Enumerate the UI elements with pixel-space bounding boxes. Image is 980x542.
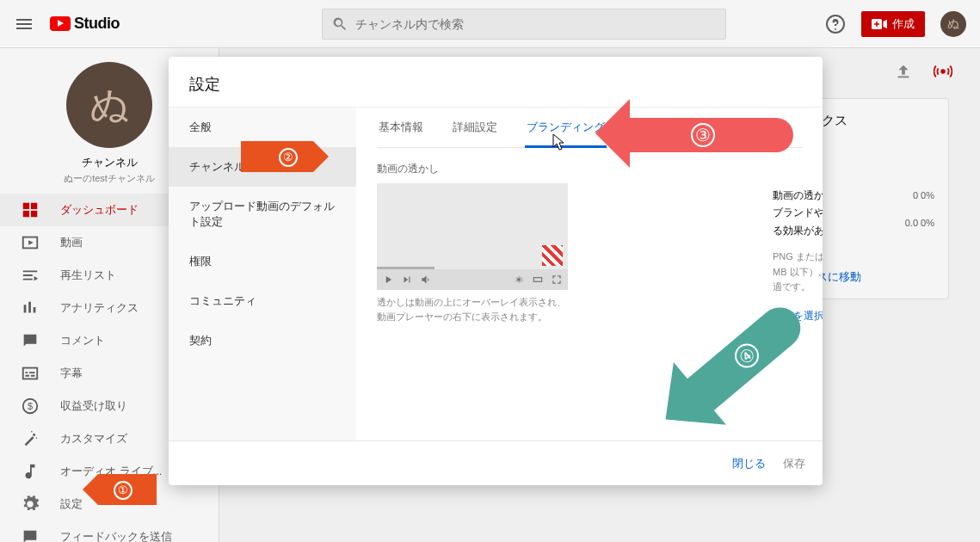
- settings-tab-upload-defaults[interactable]: アップロード動画のデフォルト設定: [169, 187, 356, 242]
- preview-caption: 透かしは動画の上にオーバーレイ表示され、動画プレーヤーの右下に表示されます。: [377, 295, 568, 323]
- desc-text: 動画の透かしをコンテンツに追加すると、ブランドやチャンネルの認知度を向上させる効…: [773, 187, 823, 239]
- format-hint: PNG または GIF 形式（150 x 150 ピクセル、1 MB 以下）。1…: [773, 249, 823, 295]
- theater-icon[interactable]: [532, 274, 544, 286]
- watermark-preview-icon: [542, 245, 563, 266]
- cursor-icon: [551, 132, 566, 151]
- svg-text:③: ③: [695, 126, 711, 145]
- annotation-arrow-4: ④: [635, 297, 807, 460]
- settings-tab-permissions[interactable]: 権限: [169, 242, 356, 281]
- svg-rect-13: [533, 278, 541, 282]
- next-icon[interactable]: [401, 274, 413, 286]
- play-icon[interactable]: [382, 274, 394, 286]
- annotation-tag-2: ②: [241, 141, 329, 172]
- settings-icon[interactable]: [513, 274, 525, 286]
- settings-tab-community[interactable]: コミュニティ: [169, 281, 356, 321]
- tab-advanced[interactable]: 詳細設定: [451, 108, 499, 147]
- video-preview: [377, 183, 568, 290]
- seek-bar[interactable]: [377, 267, 435, 269]
- annotation-arrow-3: ③: [595, 99, 793, 176]
- fullscreen-icon[interactable]: [551, 274, 563, 286]
- volume-icon[interactable]: [420, 274, 432, 286]
- settings-tab-agreements[interactable]: 契約: [169, 321, 356, 360]
- player-controls: [377, 269, 568, 290]
- tab-basic[interactable]: 基本情報: [377, 108, 425, 147]
- annotation-tag-1: ①: [83, 474, 157, 505]
